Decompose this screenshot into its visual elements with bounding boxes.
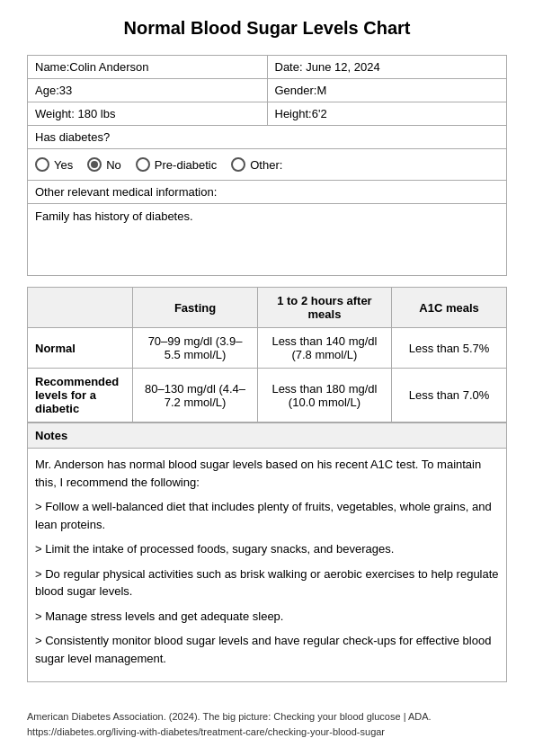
notes-header: Notes	[27, 422, 507, 449]
notes-rec-5: > Consistently monitor blood sugar level…	[35, 632, 499, 667]
name-label: Name:	[35, 60, 69, 74]
table-row-normal: Normal 70–99 mg/dl (3.9–5.5 mmol/L) Less…	[28, 328, 507, 369]
radio-yes[interactable]: Yes	[35, 157, 73, 172]
name-date-row: Name:Colin Anderson Date: June 12, 2024	[28, 56, 507, 79]
notes-section: Mr. Anderson has normal blood sugar leve…	[27, 449, 507, 682]
radio-no-label: No	[106, 158, 121, 172]
table-header-row: Fasting 1 to 2 hours after meals A1C mea…	[28, 288, 507, 328]
radio-no-circle	[87, 157, 102, 172]
col-label	[28, 288, 133, 328]
gender-cell: Gender:M	[267, 79, 507, 102]
diabetic-fasting: 80–130 mg/dl (4.4–7.2 mmol/L)	[133, 369, 258, 422]
col-a1c: A1C meals	[392, 288, 507, 328]
age-gender-row: Age:33 Gender:M	[28, 79, 507, 102]
radio-prediabetic-circle	[136, 157, 150, 172]
normal-after-meals: Less than 140 mg/dl (7.8 mmol/L)	[257, 328, 391, 369]
notes-rec-2: > Limit the intake of processed foods, s…	[35, 540, 499, 558]
height-cell: Height:6'2	[267, 102, 507, 126]
col-fasting: Fasting	[133, 288, 258, 328]
citation-line2: https://diabetes.org/living-with-diabete…	[27, 725, 507, 740]
medical-info-label: Other relevant medical information:	[35, 185, 217, 199]
notes-rec-4: > Manage stress levels and get adequate …	[35, 608, 499, 626]
notes-content: Mr. Anderson has normal blood sugar leve…	[35, 456, 499, 667]
radio-group: Yes No Pre-diabetic Other:	[35, 154, 499, 175]
age-value: 33	[59, 84, 72, 97]
name-value: Colin Anderson	[69, 60, 148, 74]
weight-label: Weight:	[35, 107, 75, 120]
radio-no[interactable]: No	[87, 157, 121, 172]
citation-line1: American Diabetes Association. (2024). T…	[27, 709, 507, 725]
age-label: Age:	[35, 84, 59, 97]
radio-other-label: Other:	[250, 158, 282, 172]
weight-height-row: Weight: 180 lbs Height:6'2	[28, 102, 507, 126]
notes-rec-3: > Do regular physical activities such as…	[35, 565, 499, 600]
date-value: June 12, 2024	[306, 60, 379, 74]
medical-info-area: Family has history of diabetes.	[27, 204, 507, 276]
citation-area: American Diabetes Association. (2024). T…	[27, 709, 507, 739]
medical-info-label-row: Other relevant medical information:	[28, 181, 507, 204]
notes-rec-1: > Follow a well-balanced diet that inclu…	[35, 498, 499, 533]
radio-yes-circle	[35, 157, 49, 172]
date-cell: Date: June 12, 2024	[267, 56, 507, 79]
diabetes-radio-row: Yes No Pre-diabetic Other:	[28, 149, 507, 181]
gender-label: Gender:	[275, 84, 317, 97]
diabetic-after-meals: Less than 180 mg/dl (10.0 mmol/L)	[257, 369, 391, 422]
radio-other-circle	[231, 157, 245, 172]
patient-info-table: Name:Colin Anderson Date: June 12, 2024 …	[27, 55, 507, 204]
radio-yes-label: Yes	[54, 158, 73, 172]
diabetes-label-row: Has diabetes?	[28, 126, 507, 149]
blood-sugar-table: Fasting 1 to 2 hours after meals A1C mea…	[27, 287, 507, 422]
diabetes-label-cell: Has diabetes?	[28, 126, 507, 149]
medical-info-label-cell: Other relevant medical information:	[28, 181, 507, 204]
gender-value: M	[316, 84, 326, 97]
age-cell: Age:33	[28, 79, 268, 102]
table-row-diabetic: Recommended levels for a diabetic 80–130…	[28, 369, 507, 422]
name-cell: Name:Colin Anderson	[28, 56, 268, 79]
radio-other[interactable]: Other:	[231, 157, 282, 172]
normal-a1c: Less than 5.7%	[392, 328, 507, 369]
diabetes-label: Has diabetes?	[35, 130, 110, 144]
radio-prediabetic[interactable]: Pre-diabetic	[136, 157, 217, 172]
weight-cell: Weight: 180 lbs	[28, 102, 268, 126]
diabetes-radio-cell: Yes No Pre-diabetic Other:	[28, 149, 507, 181]
height-label: Height:	[275, 107, 312, 120]
diabetic-label: Recommended levels for a diabetic	[28, 369, 133, 422]
date-label: Date:	[275, 60, 303, 74]
normal-fasting: 70–99 mg/dl (3.9–5.5 mmol/L)	[133, 328, 258, 369]
diabetic-a1c: Less than 7.0%	[392, 369, 507, 422]
notes-intro: Mr. Anderson has normal blood sugar leve…	[35, 456, 499, 491]
col-after-meals: 1 to 2 hours after meals	[257, 288, 391, 328]
weight-value: 180 lbs	[77, 107, 115, 120]
medical-info-value: Family has history of diabetes.	[35, 209, 193, 223]
radio-prediabetic-label: Pre-diabetic	[155, 158, 217, 172]
page-title: Normal Blood Sugar Levels Chart	[27, 18, 507, 39]
height-value: 6'2	[312, 107, 327, 120]
normal-label: Normal	[28, 328, 133, 369]
